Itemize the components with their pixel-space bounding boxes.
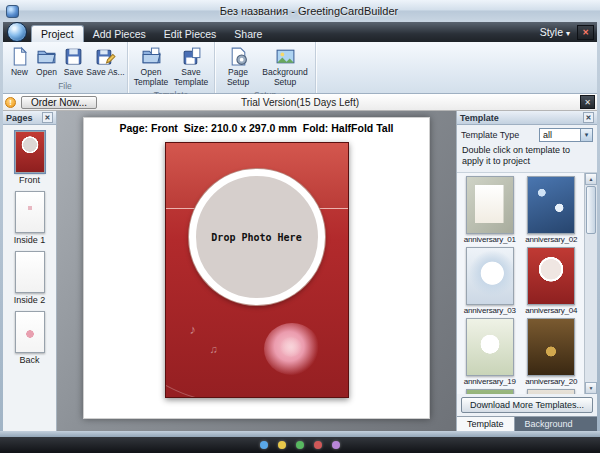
tab-share[interactable]: Share <box>225 25 271 42</box>
ribbon-group-template: Open Template Save Template Template <box>128 42 215 93</box>
page-sheet: Page: Front Size: 210.0 x 297.0 mm Fold:… <box>83 117 430 419</box>
page-item-inside2[interactable]: Inside 2 <box>3 251 56 305</box>
template-thumbnail[interactable] <box>466 247 514 305</box>
template-panel-header: Template <box>457 111 597 125</box>
design-canvas: Page: Front Size: 210.0 x 297.0 mm Fold:… <box>57 111 456 431</box>
page-thumbnail-inside2[interactable] <box>15 251 45 293</box>
style-menu-label: Style <box>540 26 563 38</box>
template-item[interactable]: anniversary_19 <box>459 318 521 386</box>
tab-background[interactable]: Background <box>515 417 583 431</box>
save-button[interactable]: Save <box>60 44 87 80</box>
template-panel: Template Template Type all Double click … <box>456 111 597 431</box>
application-menu-button[interactable] <box>7 22 27 42</box>
page-label-inside2: Inside 2 <box>14 295 46 305</box>
photo-drop-zone[interactable]: Drop Photo Here <box>189 169 325 305</box>
new-button-label: New <box>11 68 28 78</box>
warning-icon <box>5 97 16 108</box>
template-item[interactable]: anniversary_02 <box>521 176 583 244</box>
template-type-row: Template Type all <box>457 125 597 144</box>
save-template-button[interactable]: Save Template <box>171 44 211 90</box>
title-bar[interactable]: Без названия - GreetingCardBuilder <box>0 0 600 22</box>
template-type-label: Template Type <box>461 130 519 140</box>
open-template-button[interactable]: Open Template <box>131 44 171 90</box>
tab-project[interactable]: Project <box>31 25 84 42</box>
card-preview[interactable]: Drop Photo Here <box>165 142 349 398</box>
template-thumbnail[interactable] <box>466 389 514 395</box>
template-thumbnail[interactable] <box>466 176 514 234</box>
scrollbar-thumb[interactable] <box>586 186 596 234</box>
template-item[interactable] <box>521 389 583 395</box>
ribbon-group-template-buttons: Open Template Save Template <box>128 42 214 90</box>
page-thumbnail-inside1[interactable] <box>15 191 45 233</box>
rose-decoration <box>264 323 320 375</box>
download-more-templates-button[interactable]: Download More Templates... <box>461 397 593 413</box>
music-note-icon <box>210 343 218 355</box>
tab-project-label: Project <box>41 28 74 40</box>
scroll-down-icon[interactable] <box>585 382 597 394</box>
template-thumbnail[interactable] <box>527 389 575 395</box>
page-item-inside1[interactable]: Inside 1 <box>3 191 56 245</box>
tab-add-pieces-label: Add Pieces <box>93 28 146 40</box>
close-button[interactable] <box>577 25 594 40</box>
ribbon: New Open Save Save As... File <box>3 42 597 94</box>
taskbar-app-icon[interactable] <box>260 441 268 449</box>
template-item[interactable]: anniversary_01 <box>459 176 521 244</box>
template-item[interactable]: anniversary_03 <box>459 247 521 315</box>
page-thumbnail-back[interactable] <box>15 311 45 353</box>
save-as-button-label: Save As... <box>86 68 124 78</box>
ribbon-group-setup: Page Setup Background Setup Setup <box>215 42 316 93</box>
template-item[interactable] <box>459 389 521 395</box>
trial-notification-bar: Order Now... Trial Version(15 Days Left) <box>3 94 597 111</box>
template-item[interactable]: anniversary_04 <box>521 247 583 315</box>
template-thumbnail[interactable] <box>466 318 514 376</box>
scroll-up-icon[interactable] <box>585 173 597 185</box>
template-panel-close-icon[interactable] <box>583 112 594 123</box>
tab-add-pieces[interactable]: Add Pieces <box>84 25 155 42</box>
open-template-icon <box>141 46 162 67</box>
page-label-back: Back <box>19 355 39 365</box>
taskbar-app-icon[interactable] <box>278 441 286 449</box>
template-scrollbar[interactable] <box>584 173 597 395</box>
background-setup-button[interactable]: Background Setup <box>258 44 312 90</box>
taskbar-app-icon[interactable] <box>314 441 322 449</box>
open-button[interactable]: Open <box>33 44 60 80</box>
template-name: anniversary_03 <box>464 306 516 315</box>
template-thumbnail[interactable] <box>527 318 575 376</box>
background-setup-icon <box>275 46 296 67</box>
new-document-icon <box>9 46 30 67</box>
page-thumbnail-front[interactable] <box>15 131 45 173</box>
ribbon-group-file: New Open Save Save As... File <box>3 42 128 93</box>
template-thumbnail[interactable] <box>527 176 575 234</box>
template-type-value: all <box>543 130 552 140</box>
template-type-select[interactable]: all <box>539 128 593 142</box>
template-thumbnail[interactable] <box>527 247 575 305</box>
template-grid-inner: anniversary_01 anniversary_02 anniversar… <box>459 176 582 395</box>
window-title: Без названия - GreetingCardBuilder <box>24 5 594 17</box>
template-name: anniversary_02 <box>525 235 577 244</box>
template-item[interactable]: anniversary_20 <box>521 318 583 386</box>
page-item-front[interactable]: Front <box>3 131 56 185</box>
new-button[interactable]: New <box>6 44 33 80</box>
style-menu[interactable]: Style <box>535 22 575 42</box>
pages-panel-header: Pages <box>3 111 56 125</box>
save-template-button-label: Save Template <box>173 68 209 88</box>
tab-template[interactable]: Template <box>457 417 515 431</box>
save-as-button[interactable]: Save As... <box>87 44 124 80</box>
app-icon <box>6 5 19 18</box>
open-folder-icon <box>36 46 57 67</box>
tab-edit-pieces[interactable]: Edit Pieces <box>155 25 226 42</box>
template-name: anniversary_20 <box>525 377 577 386</box>
background-setup-button-label: Background Setup <box>260 68 310 88</box>
page-setup-button[interactable]: Page Setup <box>218 44 258 90</box>
order-now-button[interactable]: Order Now... <box>21 96 97 109</box>
template-panel-title: Template <box>460 113 499 123</box>
panel-bottom-tabs: Template Background <box>457 416 597 431</box>
dismiss-trial-bar-button[interactable] <box>580 95 595 109</box>
taskbar-app-icon[interactable] <box>296 441 304 449</box>
pages-panel-close-icon[interactable] <box>42 112 53 123</box>
page-item-back[interactable]: Back <box>3 311 56 365</box>
combo-dropdown-icon[interactable] <box>580 129 592 141</box>
taskbar-app-icon[interactable] <box>332 441 340 449</box>
ribbon-group-setup-buttons: Page Setup Background Setup <box>215 42 315 90</box>
pages-panel: Pages Front Inside 1 Inside 2 Back <box>3 111 57 431</box>
